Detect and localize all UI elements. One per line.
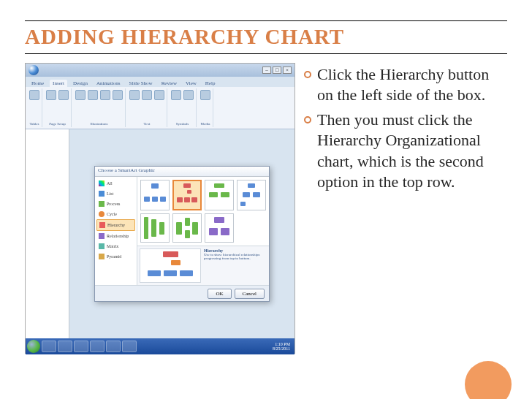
ribbon-icon bbox=[183, 90, 194, 100]
bullet-list: Click the Hierarchy button on the left s… bbox=[304, 63, 507, 354]
layout-thumb-selected bbox=[172, 180, 202, 210]
ribbon-icon bbox=[113, 90, 123, 100]
category-matrix: Matrix bbox=[96, 241, 135, 251]
cycle-icon bbox=[99, 211, 104, 217]
taskbar-item bbox=[122, 341, 137, 352]
bullet-marker-icon bbox=[304, 116, 311, 123]
tab-view: View bbox=[183, 80, 200, 87]
start-button-icon bbox=[27, 340, 40, 353]
slide-canvas: Choose a SmartArt Graphic All List Proce… bbox=[69, 129, 294, 338]
tab-review: Review bbox=[159, 80, 180, 87]
ribbon-toolbar: Tables Page Setup Illustrations Text Sym… bbox=[26, 87, 294, 129]
slide-title: ADDING HIERARCHY CHART bbox=[25, 25, 344, 49]
preview-image bbox=[140, 248, 201, 283]
layout-thumb bbox=[172, 213, 202, 243]
bullet-text: Click the Hierarchy button on the left s… bbox=[317, 64, 507, 105]
dialog-title: Choose a SmartArt Graphic bbox=[95, 167, 269, 177]
ribbon-icon bbox=[58, 90, 69, 100]
layout-preview: Hierarchy Use to show hierarchical relat… bbox=[137, 246, 269, 285]
ribbon-tabs: Home Insert Design Animations Slide Show… bbox=[26, 77, 294, 87]
taskbar-item bbox=[42, 341, 56, 352]
tab-slideshow: Slide Show bbox=[126, 80, 156, 87]
ribbon-icon bbox=[171, 90, 181, 100]
matrix-icon bbox=[99, 243, 104, 249]
divider-bottom bbox=[25, 53, 507, 54]
bullet-item: Click the Hierarchy button on the left s… bbox=[304, 64, 507, 105]
taskbar-item bbox=[106, 341, 121, 352]
close-icon: × bbox=[283, 66, 292, 74]
office-orb-icon bbox=[28, 65, 39, 75]
slide-thumbnail-panel bbox=[26, 129, 69, 338]
dialog-buttons: OK Cancel bbox=[95, 285, 269, 301]
relationship-icon bbox=[99, 233, 104, 239]
list-icon bbox=[99, 191, 104, 197]
smartart-dialog: Choose a SmartArt Graphic All List Proce… bbox=[94, 166, 270, 302]
windows-taskbar: 1:10 PM 8/25/2011 bbox=[26, 338, 294, 354]
pyramid-icon bbox=[99, 254, 104, 259]
layout-thumb bbox=[140, 213, 170, 243]
cancel-button: Cancel bbox=[235, 289, 265, 299]
window-titlebar: – □ × bbox=[26, 64, 294, 77]
ribbon-icon bbox=[100, 90, 110, 100]
embedded-screenshot: – □ × Home Insert Design Animations Slid… bbox=[25, 63, 295, 354]
ribbon-icon bbox=[88, 90, 98, 100]
category-list: All List Process Cycle Hierarchy Relatio… bbox=[95, 177, 137, 285]
presentation-slide: ADDING HIERARCHY CHART – □ × Home Insert… bbox=[0, 0, 532, 399]
all-icon bbox=[99, 180, 104, 186]
process-icon bbox=[99, 201, 104, 207]
ribbon-icon bbox=[154, 90, 164, 100]
layout-thumb bbox=[205, 213, 234, 243]
layout-thumb bbox=[205, 180, 234, 210]
tab-design: Design bbox=[70, 80, 91, 87]
ribbon-icon bbox=[46, 90, 56, 100]
bullet-item: Then you must click the Hierarchy Organi… bbox=[304, 110, 507, 192]
slide-content: – □ × Home Insert Design Animations Slid… bbox=[25, 63, 507, 354]
decorative-circle-icon bbox=[465, 361, 512, 399]
ok-button: OK bbox=[208, 289, 231, 299]
minimize-icon: – bbox=[262, 66, 271, 74]
taskbar-item bbox=[90, 341, 104, 352]
divider-top bbox=[25, 20, 507, 21]
layout-thumbnails bbox=[137, 177, 269, 246]
preview-description: Hierarchy Use to show hierarchical relat… bbox=[204, 248, 267, 283]
taskbar-item bbox=[74, 341, 88, 352]
ribbon-icon bbox=[142, 90, 152, 100]
tab-animations: Animations bbox=[94, 80, 123, 87]
tab-insert: Insert bbox=[50, 80, 67, 87]
window-controls: – □ × bbox=[262, 66, 292, 74]
tab-help: Help bbox=[202, 80, 218, 87]
category-process: Process bbox=[96, 199, 135, 209]
layout-thumb bbox=[140, 180, 170, 210]
layout-thumb bbox=[237, 180, 266, 210]
bullet-text: Then you must click the Hierarchy Organi… bbox=[317, 110, 507, 192]
bullet-marker-icon bbox=[304, 71, 311, 78]
tab-home: Home bbox=[28, 80, 47, 87]
category-list: List bbox=[96, 189, 135, 199]
ribbon-icon bbox=[75, 90, 86, 100]
maximize-icon: □ bbox=[273, 66, 281, 74]
category-all: All bbox=[96, 178, 135, 189]
taskbar-item bbox=[58, 341, 72, 352]
category-cycle: Cycle bbox=[96, 209, 135, 219]
system-tray: 1:10 PM 8/25/2011 bbox=[270, 342, 293, 351]
ribbon-icon bbox=[200, 90, 210, 100]
ribbon-icon bbox=[29, 90, 39, 100]
category-hierarchy: Hierarchy bbox=[96, 219, 135, 231]
workspace: Choose a SmartArt Graphic All List Proce… bbox=[26, 129, 294, 338]
category-relationship: Relationship bbox=[96, 231, 135, 241]
category-pyramid: Pyramid bbox=[96, 251, 135, 262]
hierarchy-icon bbox=[99, 222, 105, 228]
ribbon-icon bbox=[129, 90, 140, 100]
